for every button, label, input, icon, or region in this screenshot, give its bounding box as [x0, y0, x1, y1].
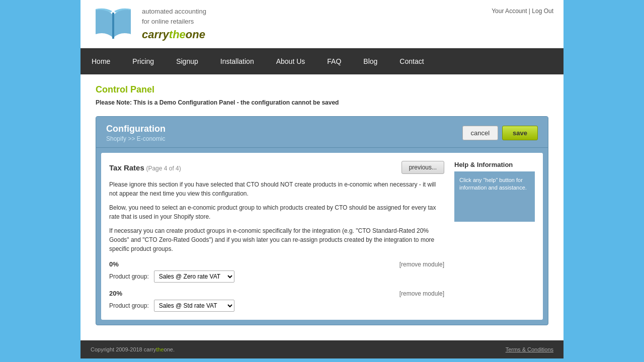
footer-copyright-text: Copyright 2009-2018 [91, 346, 144, 352]
header-links: Your Account | Log Out [492, 5, 553, 15]
config-title: Configuration [106, 124, 166, 134]
tax-rate-header-0: 0% [remove module] [109, 260, 444, 268]
tax-rate-row-20: 20% [remove module] Product group: Sales… [109, 290, 444, 312]
main-content: Control Panel Please Note: This is a Dem… [80, 74, 564, 340]
config-box: Configuration Shopify >> E-conomic cance… [96, 116, 548, 325]
product-group-select-0[interactable]: Sales @ Zero rate VAT Sales @ Std rate V… [154, 270, 234, 283]
config-title-area: Configuration Shopify >> E-conomic [106, 124, 166, 142]
tax-rates-title: Tax Rates [109, 163, 144, 172]
shopify-link[interactable]: Shopify [106, 135, 126, 142]
product-group-label-20: Product group: [109, 302, 149, 309]
tax-rate-row-0: 0% [remove module] Product group: Sales … [109, 260, 444, 283]
logo-area: automated accounting for online retailer… [91, 5, 206, 43]
tax-rates-header: Tax Rates (Page 4 of 4) [109, 163, 181, 172]
separator: | [529, 8, 530, 15]
brand-the: the [169, 28, 186, 41]
nav-contact[interactable]: Contact [388, 48, 435, 74]
footer-brand-carry: carry [144, 346, 156, 352]
info-para-1: Please ignore this section if you have s… [109, 180, 444, 198]
header: automated accounting for online retailer… [80, 0, 564, 48]
previous-button[interactable]: previous... [401, 161, 444, 174]
product-group-label-0: Product group: [109, 273, 149, 280]
nav-blog[interactable]: Blog [352, 48, 388, 74]
remove-module-20[interactable]: [remove module] [399, 290, 444, 297]
logo-icon [91, 5, 136, 43]
config-header: Configuration Shopify >> E-conomic cance… [96, 117, 548, 148]
brand-carry: carry [142, 28, 169, 41]
remove-module-0[interactable]: [remove module] [399, 261, 444, 268]
product-group-row-20: Product group: Sales @ Zero rate VAT Sal… [109, 300, 444, 312]
help-title: Help & Information [454, 161, 535, 168]
config-left: Tax Rates (Page 4 of 4) previous... Plea… [109, 161, 444, 312]
nav-signup[interactable]: Signup [165, 48, 209, 74]
logout-link[interactable]: Log Out [532, 8, 553, 15]
page-title: Control Panel [96, 84, 548, 95]
config-body: Tax Rates (Page 4 of 4) previous... Plea… [101, 153, 543, 320]
logo-text-area: automated accounting for online retailer… [142, 7, 206, 41]
footer-brand-the: the [156, 346, 164, 352]
tax-rate-20-percent: 20% [109, 290, 122, 297]
product-group-select-20[interactable]: Sales @ Zero rate VAT Sales @ Std rate V… [154, 300, 234, 312]
section-header: Tax Rates (Page 4 of 4) previous... [109, 161, 444, 174]
footer-copyright: Copyright 2009-2018 carrytheone. [91, 346, 175, 352]
nav-home[interactable]: Home [80, 48, 121, 74]
info-para-2: Below, you need to select an e-conomic p… [109, 203, 444, 221]
svg-rect-0 [112, 13, 114, 39]
footer: Copyright 2009-2018 carrytheone. Terms &… [80, 340, 564, 358]
nav-pricing[interactable]: Pricing [121, 48, 165, 74]
product-group-row-0: Product group: Sales @ Zero rate VAT Sal… [109, 270, 444, 283]
tagline: automated accounting for online retailer… [142, 7, 206, 26]
your-account-link[interactable]: Your Account [492, 8, 527, 15]
main-nav: Home Pricing Signup Installation About U… [80, 48, 564, 74]
config-right: Help & Information Click any "help" butt… [454, 161, 535, 312]
terms-conditions-link[interactable]: Terms & Conditions [506, 346, 553, 352]
nav-about-us[interactable]: About Us [265, 48, 316, 74]
page-info: (Page 4 of 4) [146, 165, 181, 172]
demo-notice: Please Note: This is a Demo Configuratio… [96, 99, 548, 106]
info-para-3: If necessary you can create product grou… [109, 226, 444, 253]
help-content: Click any "help" button for information … [454, 171, 535, 222]
tax-rate-header-20: 20% [remove module] [109, 290, 444, 297]
tax-rate-0-percent: 0% [109, 260, 119, 268]
nav-faq[interactable]: FAQ [316, 48, 352, 74]
nav-installation[interactable]: Installation [209, 48, 265, 74]
brand-name: carrytheone [142, 28, 206, 41]
config-subtitle: Shopify >> E-conomic [106, 135, 166, 142]
economic-link[interactable]: E-conomic [137, 135, 166, 142]
config-buttons: cancel save [462, 126, 538, 140]
cancel-button[interactable]: cancel [462, 126, 499, 140]
brand-one: one [186, 28, 205, 41]
footer-brand-one: one. [164, 346, 175, 352]
save-button[interactable]: save [502, 126, 538, 140]
